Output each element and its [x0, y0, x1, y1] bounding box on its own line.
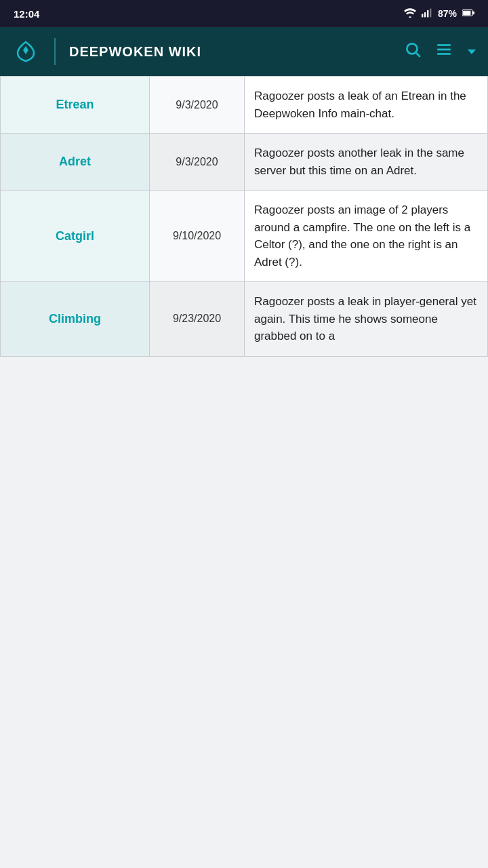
wiki-table: Etrean 9/3/2020 Ragoozer posts a leak of… [0, 76, 488, 357]
svg-rect-1 [424, 12, 426, 17]
battery-text: 87% [438, 8, 457, 19]
dropdown-icon[interactable] [466, 42, 477, 61]
battery-icon [462, 8, 474, 19]
table-row: Adret 9/3/2020 Ragoozer posts another le… [1, 134, 488, 191]
row-description: Ragoozer posts another leak in the same … [245, 134, 488, 191]
search-icon[interactable] [404, 41, 422, 62]
row-name: Climbing [1, 282, 150, 357]
row-date: 9/10/2020 [150, 191, 245, 282]
navbar: DEEPWOKEN WIKI [0, 27, 488, 76]
row-date: 9/3/2020 [150, 77, 245, 134]
navbar-title: DEEPWOKEN WIKI [69, 44, 393, 60]
svg-point-7 [407, 43, 417, 54]
status-bar: 12:04 87% [0, 0, 488, 27]
status-time: 12:04 [14, 8, 39, 20]
row-date: 9/23/2020 [150, 282, 245, 357]
svg-marker-12 [468, 50, 476, 54]
row-description: Ragoozer posts a leak of an Etrean in th… [245, 77, 488, 134]
row-name: Adret [1, 134, 150, 191]
svg-rect-2 [427, 10, 428, 17]
status-right: 87% [404, 8, 474, 20]
svg-rect-5 [472, 12, 474, 15]
navbar-divider [54, 38, 56, 65]
table-row: Catgirl 9/10/2020 Ragoozer posts an imag… [1, 191, 488, 282]
app-logo [11, 37, 41, 66]
row-name: Catgirl [1, 191, 150, 282]
wifi-icon [404, 8, 416, 20]
svg-rect-3 [430, 8, 431, 17]
signal-icon [422, 8, 432, 20]
row-description: Ragoozer posts an image of 2 players aro… [245, 191, 488, 282]
navbar-icons [404, 41, 477, 62]
table-row: Climbing 9/23/2020 Ragoozer posts a leak… [1, 282, 488, 357]
svg-line-8 [416, 53, 420, 57]
table-row: Etrean 9/3/2020 Ragoozer posts a leak of… [1, 77, 488, 134]
svg-rect-0 [422, 14, 423, 17]
svg-rect-6 [463, 11, 470, 16]
menu-icon[interactable] [435, 41, 453, 62]
row-date: 9/3/2020 [150, 134, 245, 191]
row-name: Etrean [1, 77, 150, 134]
row-description: Ragoozer posts a leak in player-general … [245, 282, 488, 357]
